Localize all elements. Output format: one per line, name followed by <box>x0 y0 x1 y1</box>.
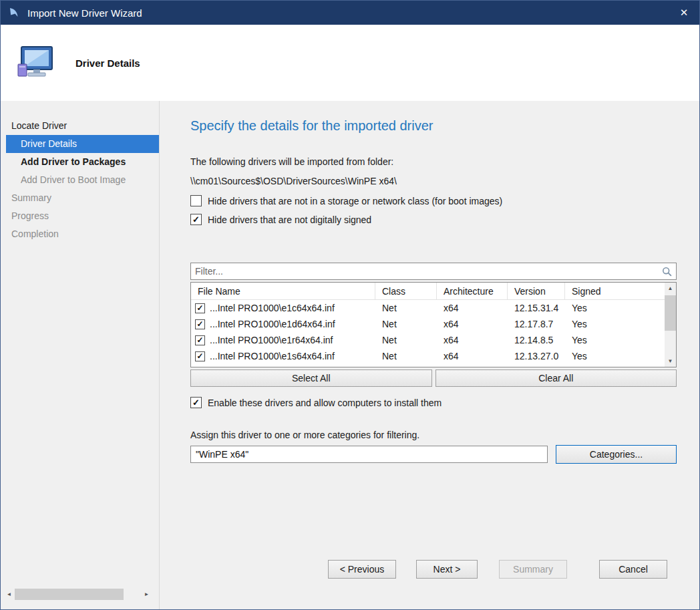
scroll-down-icon[interactable]: ▼ <box>665 355 676 367</box>
file-name-cell: ...Intel PRO1000\e1c64x64.inf <box>210 303 335 313</box>
column-header-architecture[interactable]: Architecture <box>437 283 508 299</box>
signed-cell: Yes <box>565 303 665 313</box>
version-cell: 12.13.27.0 <box>508 351 565 361</box>
computer-icon <box>17 45 55 80</box>
previous-button[interactable]: < Previous <box>328 560 396 579</box>
wizard-nav-sidebar: Locate Driver Driver Details Add Driver … <box>1 101 160 609</box>
main-content: Specify the details for the imported dri… <box>160 101 699 609</box>
window-title: Import New Driver Wizard <box>27 7 142 19</box>
row-checkbox[interactable]: ✓ <box>195 303 205 313</box>
sidebar-item-add-driver-to-packages[interactable]: Add Driver to Packages <box>6 153 159 171</box>
table-row[interactable]: ✓ ...Intel PRO1000\e1r64x64.inf Net x64 … <box>191 332 665 348</box>
scrollbar-thumb[interactable] <box>15 589 124 600</box>
column-header-class[interactable]: Class <box>375 283 437 299</box>
class-cell: Net <box>375 319 437 329</box>
file-name-cell: ...Intel PRO1000\e1d64x64.inf <box>210 319 335 329</box>
filter-input[interactable] <box>195 266 658 277</box>
table-row[interactable]: ✓ ...Intel PRO1000\e1d64x64.inf Net x64 … <box>191 316 665 332</box>
sidebar-item-add-driver-to-boot-image: Add Driver to Boot Image <box>6 171 159 189</box>
search-icon <box>662 267 672 277</box>
checkbox-label: Hide drivers that are not digitally sign… <box>208 214 371 225</box>
row-checkbox[interactable]: ✓ <box>195 351 205 361</box>
checkbox-box[interactable] <box>190 195 202 206</box>
scroll-left-icon[interactable]: ◄ <box>3 589 15 600</box>
signed-cell: Yes <box>565 351 665 361</box>
scrollbar-thumb[interactable] <box>665 295 676 331</box>
sidebar-item-progress: Progress <box>6 207 159 225</box>
folder-path: \\cm01\Sources$\OSD\DriverSources\WinPE … <box>190 176 677 186</box>
category-input[interactable] <box>190 446 548 463</box>
column-header-signed[interactable]: Signed <box>565 283 665 299</box>
row-checkbox[interactable]: ✓ <box>195 319 205 329</box>
sidebar-item-locate-driver[interactable]: Locate Driver <box>6 117 159 135</box>
scroll-right-icon[interactable]: ► <box>141 589 152 600</box>
import-new-driver-wizard-window: Import New Driver Wizard ✕ Driver Detail… <box>0 0 700 610</box>
checkbox-label: Hide drivers that are not in a storage o… <box>208 196 502 206</box>
select-all-button[interactable]: Select All <box>190 369 432 387</box>
architecture-cell: x64 <box>437 335 508 345</box>
assign-categories-label: Assign this driver to one or more catego… <box>190 430 677 440</box>
scroll-up-icon[interactable]: ▲ <box>665 283 676 294</box>
table-vertical-scrollbar[interactable]: ▲ ▼ <box>665 283 676 367</box>
categories-button[interactable]: Categories... <box>556 445 677 464</box>
version-cell: 12.17.8.7 <box>508 319 565 329</box>
close-icon: ✕ <box>680 7 689 19</box>
wizard-header: Driver Details <box>1 25 699 101</box>
cancel-button[interactable]: Cancel <box>599 560 667 579</box>
scrollbar-track[interactable] <box>665 294 676 355</box>
sidebar-item-driver-details[interactable]: Driver Details <box>6 135 159 153</box>
sidebar-item-completion: Completion <box>6 225 159 243</box>
wizard-icon <box>9 7 21 19</box>
hide-storage-checkbox[interactable]: Hide drivers that are not in a storage o… <box>190 195 677 206</box>
architecture-cell: x64 <box>437 319 508 329</box>
sidebar-item-summary: Summary <box>6 189 159 207</box>
next-button[interactable]: Next > <box>416 560 478 579</box>
version-cell: 12.15.31.4 <box>508 303 565 313</box>
signed-cell: Yes <box>565 319 665 329</box>
row-checkbox[interactable]: ✓ <box>195 335 205 345</box>
clear-all-button[interactable]: Clear All <box>435 369 677 387</box>
checkbox-box[interactable]: ✓ <box>190 214 202 225</box>
architecture-cell: x64 <box>437 303 508 313</box>
architecture-cell: x64 <box>437 351 508 361</box>
wizard-footer: < Previous Next > Summary Cancel <box>190 560 667 579</box>
table-row[interactable]: ✓ ...Intel PRO1000\e1s64x64.inf Net x64 … <box>191 348 665 364</box>
folder-intro-text: The following drivers will be imported f… <box>190 156 677 167</box>
scrollbar-track[interactable] <box>15 589 141 600</box>
sidebar-horizontal-scrollbar[interactable]: ◄ ► <box>3 589 152 600</box>
titlebar: Import New Driver Wizard ✕ <box>1 1 699 25</box>
class-cell: Net <box>375 335 437 345</box>
table-row[interactable]: ✓ ...Intel PRO1000\e1c64x64.inf Net x64 … <box>191 300 665 316</box>
version-cell: 12.14.8.5 <box>508 335 565 345</box>
page-heading: Specify the details for the imported dri… <box>190 118 677 134</box>
signed-cell: Yes <box>565 335 665 345</box>
checkbox-label: Enable these drivers and allow computers… <box>208 398 442 408</box>
close-button[interactable]: ✕ <box>669 1 699 25</box>
column-header-version[interactable]: Version <box>508 283 565 299</box>
column-header-file-name[interactable]: File Name <box>191 283 375 299</box>
file-name-cell: ...Intel PRO1000\e1r64x64.inf <box>210 335 333 345</box>
summary-button: Summary <box>499 560 567 579</box>
header-title: Driver Details <box>75 57 140 69</box>
checkbox-box[interactable]: ✓ <box>190 397 202 408</box>
class-cell: Net <box>375 303 437 313</box>
class-cell: Net <box>375 351 437 361</box>
drivers-table: File Name Class Architecture Version Sig… <box>190 282 677 367</box>
enable-drivers-checkbox[interactable]: ✓ Enable these drivers and allow compute… <box>190 397 677 408</box>
hide-unsigned-checkbox[interactable]: ✓ Hide drivers that are not digitally si… <box>190 214 677 225</box>
filter-box <box>190 263 677 280</box>
file-name-cell: ...Intel PRO1000\e1s64x64.inf <box>210 351 335 361</box>
table-header-row: File Name Class Architecture Version Sig… <box>191 283 665 300</box>
